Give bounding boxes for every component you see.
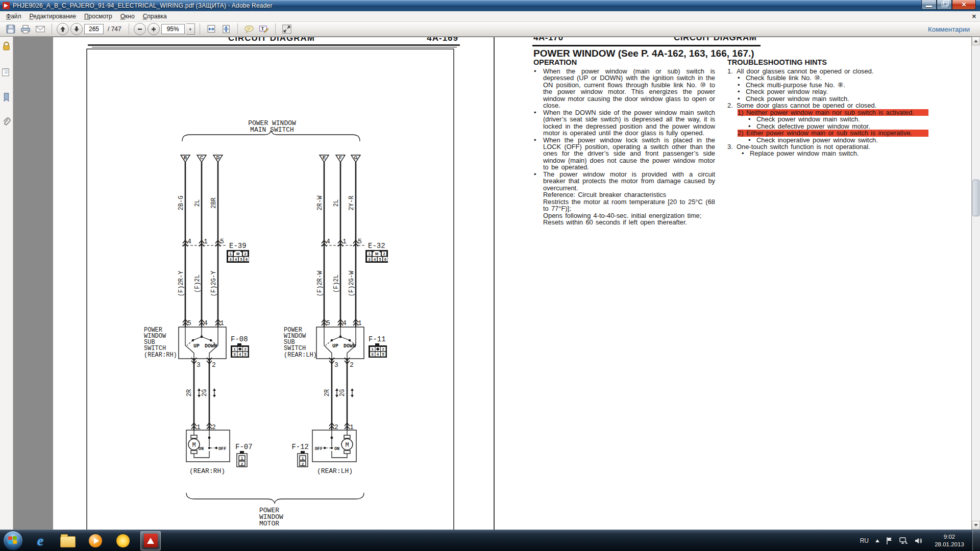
network-icon[interactable] [899,537,908,545]
svg-text:(F)2G-W: (F)2G-W [348,270,355,296]
svg-text:F-11: F-11 [369,335,386,343]
svg-text:2G: 2G [201,389,208,396]
action-center-flag-icon[interactable] [886,537,893,545]
svg-text:5: 5 [326,319,330,327]
up-arrow-icon [974,40,978,42]
text-edit-icon: T [259,24,269,34]
menu-view[interactable]: Просмотр [80,11,116,21]
connector-E39: 4 1 5 E-39 1 M 2 3 4 5 6 [182,238,249,263]
reference-line: Opens following 4-to-40-sec. initial ene… [543,212,715,219]
close-button[interactable]: ✕ [952,0,976,10]
svg-text:E-32: E-32 [368,242,385,250]
save-button[interactable] [4,23,17,35]
operation-bullet: •The power window motor is provided with… [532,171,715,191]
ts-item: •Check power window relay. [738,88,928,95]
svg-text:(REAR:RH): (REAR:RH) [189,467,225,475]
taskbar-internet-explorer-icon[interactable]: e [30,531,51,550]
fit-page-button[interactable] [219,23,233,35]
ts-item: •Check power window main switch. [748,116,928,122]
page-number-input[interactable] [84,24,104,34]
volume-icon[interactable] [914,537,922,545]
document-view[interactable]: CIRCUIT DIAGRAM 4A-169 POWER WINDOW MAIN… [53,37,971,530]
ts-item: •Check inoperative power window switch. [748,137,928,143]
bullet-icon: • [534,109,536,116]
restore-button[interactable] [937,0,952,10]
show-hidden-icons-button[interactable] [875,539,879,542]
scroll-up-button[interactable] [972,37,980,45]
sticky-note-button[interactable] [242,23,256,35]
right-page-header: CIRCUIT DIAGRAM [674,37,756,43]
page-thumbnails-icon[interactable] [1,67,12,78]
ts-item: •Check multi-purpose fuse No. ⑧. [738,82,928,88]
operation-column: •When the power window (main or sub) swi… [532,68,715,226]
text-annotation-button[interactable]: T [257,23,271,35]
operation-heading: OPERATION [533,58,577,66]
menu-file[interactable]: Файл [2,11,26,21]
svg-text:6: 6 [384,257,386,262]
zoom-dropdown-button[interactable]: ▼ [186,23,195,35]
svg-text:B: B [184,155,187,160]
svg-text:3: 3 [229,257,231,262]
close-document-icon[interactable]: ✕ [972,13,976,20]
fit-width-button[interactable] [205,23,218,35]
fit-width-icon [207,24,216,34]
taskbar-explorer-folder-icon[interactable] [58,531,78,550]
scrollbar-thumb[interactable] [972,180,979,216]
svg-text:UP: UP [332,343,338,349]
svg-text:5: 5 [382,352,384,357]
print-button[interactable] [19,23,32,35]
email-button[interactable] [34,23,47,35]
show-desktop-button[interactable] [972,530,980,551]
zoom-level-input[interactable] [161,24,185,34]
svg-text:(REAR:LH): (REAR:LH) [317,467,353,475]
scroll-down-button[interactable] [972,521,980,530]
menu-window[interactable]: Окно [116,11,139,21]
fullscreen-icon [282,24,292,34]
svg-text:4: 4 [187,238,191,245]
next-page-button[interactable] [70,23,83,35]
tray-clock[interactable]: 9:02 28.01.2013 [929,533,969,548]
ts-item: •Check fusible link No. ⑩. [738,74,928,81]
zoom-in-button[interactable] [148,23,160,35]
menu-edit[interactable]: Редактирование [26,11,80,21]
previous-page-button[interactable] [57,23,69,35]
svg-text:2: 2 [212,361,216,369]
taskbar: e RU 9:02 28.01.2013 [0,530,980,551]
svg-text:2L: 2L [333,199,340,207]
taskbar-adobe-reader-icon[interactable] [140,531,161,550]
svg-text:1: 1 [358,319,362,327]
zoom-out-button[interactable] [134,23,146,35]
windows-flag-icon [8,536,18,545]
svg-text:1: 1 [204,238,208,245]
language-indicator[interactable]: RU [860,537,869,544]
svg-text:2B-G: 2B-G [178,196,185,211]
bookmarks-icon[interactable] [1,92,12,103]
print-icon [20,24,31,34]
vertical-scrollbar[interactable] [971,37,980,530]
svg-text:C: C [200,155,204,160]
start-button[interactable] [3,531,23,550]
comments-panel-button[interactable]: Комментарии [928,26,970,33]
taskbar-media-player-icon[interactable] [85,531,106,550]
taskbar-app-icon[interactable] [113,531,133,550]
svg-text:3: 3 [197,361,201,369]
security-lock-icon[interactable] [1,41,12,52]
svg-text:5: 5 [244,352,247,357]
ts-item: •Check defective power window motor. [748,123,928,130]
svg-text:2R: 2R [186,389,193,396]
svg-text:2Y-R: 2Y-R [348,196,355,211]
menu-help[interactable]: Справка [139,11,171,21]
attachments-paperclip-icon[interactable] [1,116,12,127]
svg-text:SWITCH: SWITCH [284,345,306,352]
svg-text:2: 2 [244,252,246,256]
minimize-button[interactable] [921,0,937,10]
fullscreen-button[interactable] [280,23,293,35]
system-tray: RU 9:02 28.01.2013 [856,530,980,551]
toolbar-separator [52,23,52,35]
svg-text:F-08: F-08 [231,335,248,343]
toolbar-separator [200,23,200,35]
svg-text:1: 1 [241,456,243,461]
svg-text:4: 4 [326,238,330,245]
svg-text:2: 2 [383,252,385,256]
operation-bullet: •When the power window (main or sub) swi… [532,68,715,109]
